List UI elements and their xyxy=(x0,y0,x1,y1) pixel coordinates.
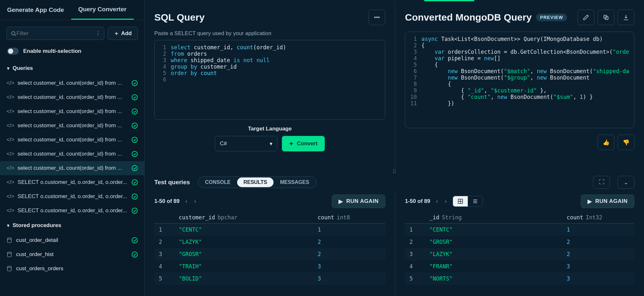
svg-point-15 xyxy=(132,252,138,257)
add-button[interactable]: ＋ Add xyxy=(108,27,138,40)
stored-procedure-item[interactable]: cust_order_detail xyxy=(0,233,144,247)
check-icon xyxy=(131,207,138,214)
query-item[interactable]: </>select customer_id, count(order_id) f… xyxy=(0,147,144,161)
tab-results[interactable]: RESULTS xyxy=(237,177,274,187)
table-icon xyxy=(457,198,463,204)
column-header[interactable]: _idString xyxy=(428,214,567,221)
filter-more-icon[interactable]: ⋮ xyxy=(95,30,101,37)
row-index: 5 xyxy=(405,275,428,282)
next-page-button[interactable]: › xyxy=(444,197,448,206)
filter-input-wrapper[interactable]: ⋮ xyxy=(6,27,104,40)
cell-value: 2 xyxy=(567,239,634,245)
table-row[interactable]: 2"GROSR"2 xyxy=(405,236,634,248)
multi-selection-toggle[interactable] xyxy=(7,48,19,55)
query-item[interactable]: </>select customer_id, count(order_id) f… xyxy=(0,104,144,119)
mongo-run-again-button[interactable]: ▶ RUN AGAIN xyxy=(581,195,634,208)
query-item[interactable]: </>select customer_id, count(order_id) f… xyxy=(0,161,144,175)
stored-procedures-header[interactable]: ▾ Stored procedures xyxy=(0,218,144,233)
tab-console[interactable]: CONSOLE xyxy=(199,177,237,187)
query-item[interactable]: </>select customer_id, count(order_id) f… xyxy=(0,76,144,90)
prev-page-button[interactable]: ‹ xyxy=(184,197,188,206)
row-index: 4 xyxy=(405,263,428,270)
sql-more-button[interactable]: ••• xyxy=(369,10,385,25)
test-queries-label: Test queries xyxy=(154,179,190,186)
table-row[interactable]: 3"LAZYK"2 xyxy=(405,248,634,260)
query-item[interactable]: </>select customer_id, count(order_id) f… xyxy=(0,133,144,147)
query-item[interactable]: </>select customer_id, count(order_id) f… xyxy=(0,119,144,133)
caret-down-icon: ▾ xyxy=(7,66,9,71)
sql-editor[interactable]: 1select customer_id, count(order_id)2fro… xyxy=(154,40,385,120)
expand-button[interactable]: ⛶ xyxy=(593,176,610,189)
preview-badge: PREVIEW xyxy=(536,14,567,21)
play-icon: ▶ xyxy=(588,198,592,205)
copy-icon xyxy=(603,14,609,21)
tab-messages[interactable]: MESSAGES xyxy=(274,177,316,187)
row-index: 4 xyxy=(154,263,177,270)
table-row[interactable]: 1"CENTC"1 xyxy=(154,224,385,236)
column-header[interactable]: countint8 xyxy=(318,214,385,221)
collapse-button[interactable]: ⌄ xyxy=(618,176,634,189)
table-row[interactable]: 1"CENTC"1 xyxy=(405,224,634,236)
mongo-code-view[interactable]: 1async Task<List<BsonDocument>> Query(IM… xyxy=(405,32,634,128)
stored-procedure-item[interactable]: cust_order_hist xyxy=(0,247,144,262)
cell-value: 2 xyxy=(567,251,634,257)
query-item-label: SELECT o.customer_id, o.order_id, o.orde… xyxy=(18,179,128,186)
query-item[interactable]: </>SELECT o.customer_id, o.order_id, o.o… xyxy=(0,189,144,204)
list-view-button[interactable] xyxy=(468,196,483,206)
table-row[interactable]: 2"LAZYK"2 xyxy=(154,236,385,248)
sidebar: Generate App Code Query Converter ⋮ ＋ Ad… xyxy=(0,0,145,296)
row-index: 1 xyxy=(154,226,177,233)
column-header[interactable]: countInt32 xyxy=(567,214,634,221)
tab-query-converter[interactable]: Query Converter xyxy=(71,0,134,20)
edit-button[interactable] xyxy=(578,10,594,25)
code-icon: </> xyxy=(6,179,14,186)
mongo-results: 1-50 of 89 ‹ › ▶ RUN AGAIN xyxy=(395,193,644,296)
query-item-label: select customer_id, count(order_id) from… xyxy=(18,137,128,143)
thumbs-up-icon: 👍 xyxy=(603,139,610,146)
queries-section-header[interactable]: ▾ Queries xyxy=(0,61,144,76)
table-row[interactable]: 3"GROSR"2 xyxy=(154,248,385,260)
svg-point-4 xyxy=(132,109,138,114)
query-item[interactable]: </>SELECT o.customer_id, o.order_id, o.o… xyxy=(0,204,144,218)
check-icon xyxy=(131,251,138,258)
copy-button[interactable] xyxy=(598,10,614,25)
query-item-label: select customer_id, count(order_id) from… xyxy=(18,108,128,115)
next-page-button[interactable]: › xyxy=(193,197,197,206)
sql-run-again-button[interactable]: ▶ RUN AGAIN xyxy=(332,195,385,208)
filter-input[interactable] xyxy=(16,30,95,37)
cell-value: 3 xyxy=(567,275,634,282)
tab-generate-app-code[interactable]: Generate App Code xyxy=(0,0,71,20)
table-row[interactable]: 4"FRANR"3 xyxy=(405,260,634,272)
expand-icon: ⛶ xyxy=(599,179,604,186)
query-item-label: select customer_id, count(order_id) from… xyxy=(18,80,128,86)
query-item[interactable]: </>SELECT o.customer_id, o.order_id, o.o… xyxy=(0,175,144,189)
caret-down-icon: ▾ xyxy=(7,223,9,228)
code-icon: </> xyxy=(6,207,14,214)
svg-point-3 xyxy=(132,95,138,100)
target-language-select[interactable]: C# ▾ xyxy=(215,136,277,151)
stored-procedure-item[interactable]: cust_orders_orders xyxy=(0,262,144,276)
progress-accent xyxy=(145,0,644,1)
thumbs-down-button[interactable]: 👎 xyxy=(618,135,634,150)
convert-button[interactable]: ✦ Convert xyxy=(282,136,324,151)
query-item[interactable]: </>select customer_id, count(order_id) f… xyxy=(0,90,144,104)
panel-drag-handle[interactable]: ⠿ xyxy=(145,169,644,175)
download-button[interactable] xyxy=(618,10,634,25)
cell-value: "LAZYK" xyxy=(428,251,567,257)
row-index: 3 xyxy=(154,251,177,257)
prev-page-button[interactable]: ‹ xyxy=(435,197,439,206)
table-view-button[interactable] xyxy=(453,196,468,206)
column-header[interactable]: customer_idbpchar xyxy=(177,214,318,221)
table-row[interactable]: 5"NORTS"3 xyxy=(405,272,634,285)
table-row[interactable]: 5"BOLID"3 xyxy=(154,272,385,285)
search-icon xyxy=(11,31,16,36)
sp-item-label: cust_order_hist xyxy=(16,251,128,258)
svg-point-8 xyxy=(132,166,138,171)
check-icon xyxy=(131,237,138,243)
table-row[interactable]: 4"TRAIH"3 xyxy=(154,260,385,272)
chevron-down-icon: ▾ xyxy=(270,140,273,147)
thumbs-up-button[interactable]: 👍 xyxy=(598,135,614,150)
query-item-label: select customer_id, count(order_id) from… xyxy=(18,151,128,157)
check-icon xyxy=(131,165,138,171)
add-button-label: Add xyxy=(121,30,132,37)
